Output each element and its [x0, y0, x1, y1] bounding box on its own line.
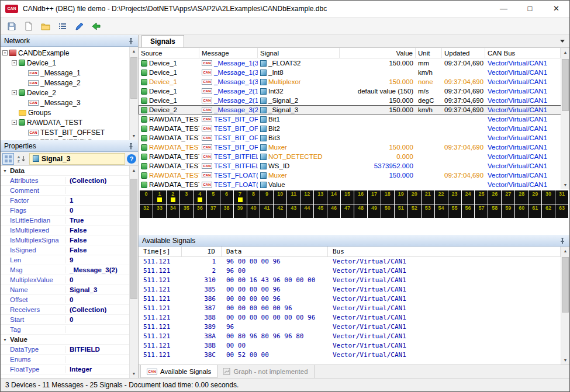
bit-cell-60[interactable]: 60 — [515, 204, 528, 218]
bit-cell-48[interactable]: 48 — [354, 204, 367, 218]
navigate-back-button[interactable] — [89, 19, 103, 33]
property-row-Start[interactable]: Start0 — [1, 315, 138, 325]
bit-cell-36[interactable]: 36 — [194, 204, 206, 218]
column-header-Bus[interactable]: Bus — [328, 247, 561, 256]
tree-item-_Message_3[interactable]: CAN_Message_3 — [1, 98, 138, 107]
signal-row[interactable]: Device_1CAN_Message_2(1)_Signal_2150.000… — [139, 96, 569, 105]
frame-row[interactable]: 511.121296 00Vector/Virtual/CAN1 — [139, 266, 569, 276]
frame-row[interactable]: 511.12131000 00 16 43 96 00 00 00Vector/… — [139, 276, 569, 285]
property-row-Receivers[interactable]: Receivers(Collection) — [1, 305, 138, 315]
bit-cell-10[interactable]: 10 — [274, 190, 286, 204]
categorized-view-button[interactable] — [2, 153, 14, 165]
bit-cell-22[interactable]: 22 — [435, 190, 448, 204]
bit-cell-47[interactable]: 47 — [341, 204, 354, 218]
bit-cell-55[interactable]: 55 — [448, 204, 461, 218]
scroll-up-icon[interactable]: ▲ — [561, 48, 569, 57]
bit-cell-12[interactable]: 12 — [300, 190, 313, 204]
bit-cell-52[interactable]: 52 — [408, 204, 421, 218]
signals-scrollbar[interactable]: ▲ ▼ — [561, 48, 569, 189]
signal-row[interactable]: Device_1CAN_Message_1(310)_Int8km/hVecto… — [139, 68, 569, 77]
bit-cell-0[interactable]: 0 — [140, 190, 153, 204]
bit-cell-51[interactable]: 51 — [395, 204, 407, 218]
signal-row[interactable]: RAWDATA_TESTCANTEST_FLOAT(385)ValueVecto… — [139, 180, 569, 189]
tree-item-_Message_1[interactable]: CAN_Message_1 — [1, 68, 138, 78]
bit-cell-9[interactable]: 9 — [260, 190, 273, 204]
property-row-IsLittleEndian[interactable]: IsLittleEndianTrue — [1, 216, 138, 226]
bit-cell-37[interactable]: 37 — [207, 204, 220, 218]
bit-cell-17[interactable]: 17 — [368, 190, 381, 204]
frame-row[interactable]: 511.12138700 00 00 00 00 96Vector/Virtua… — [139, 304, 569, 313]
scrollbar-thumb[interactable] — [130, 179, 137, 299]
bit-cell-58[interactable]: 58 — [488, 204, 501, 218]
open-folder-button[interactable] — [39, 19, 53, 33]
frame-row[interactable]: 511.12138500 00 00 00 96Vector/Virtual/C… — [139, 285, 569, 294]
edit-button[interactable] — [72, 19, 87, 33]
bit-cell-34[interactable]: 34 — [167, 204, 179, 218]
tree-item-Device_2[interactable]: -Device_2 — [1, 88, 138, 98]
signal-row[interactable]: Device_2CAN_Message_3(2)_Signal_3150.000… — [139, 105, 569, 115]
bit-cell-35[interactable]: 35 — [180, 204, 193, 218]
bit-cell-23[interactable]: 23 — [448, 190, 461, 204]
frame-row[interactable]: 511.12138996Vector/Virtual/CAN1 — [139, 322, 569, 332]
bit-cell-26[interactable]: 26 — [488, 190, 501, 204]
alphabetical-sort-button[interactable]: AZ — [16, 153, 27, 165]
pin-icon[interactable] — [126, 36, 136, 46]
bit-cell-3[interactable]: 3 — [180, 190, 193, 204]
bit-cell-7[interactable]: 7 — [234, 190, 247, 204]
column-header-Signal[interactable]: Signal — [258, 48, 340, 58]
bit-cell-15[interactable]: 15 — [341, 190, 354, 204]
frame-row[interactable]: 511.121196 00 00 00 96Vector/Virtual/CAN… — [139, 257, 569, 266]
property-row-Flags[interactable]: Flags0 — [1, 206, 138, 216]
property-row-Comment[interactable]: Comment — [1, 186, 138, 196]
bit-cell-40[interactable]: 40 — [247, 204, 260, 218]
bit-cell-39[interactable]: 39 — [234, 204, 247, 218]
expander-minus-icon[interactable]: - — [2, 50, 8, 55]
property-row-FloatType[interactable]: FloatTypeInteger — [1, 365, 138, 374]
column-header-Source[interactable]: Source — [139, 48, 199, 58]
tree-item-TEST_BIT_OFFSET[interactable]: CANTEST_BIT_OFFSET — [1, 127, 138, 137]
bit-cell-45[interactable]: 45 — [314, 204, 327, 218]
property-row-Attributes[interactable]: Attributes(Collection) — [1, 176, 138, 186]
scroll-down-icon[interactable]: ▼ — [561, 181, 569, 189]
maximize-button[interactable]: □ — [517, 1, 543, 17]
bit-cell-56[interactable]: 56 — [462, 204, 475, 218]
tab-graph[interactable]: Graph - not implemented — [217, 365, 314, 378]
view-list-button[interactable] — [56, 19, 70, 33]
bit-cell-41[interactable]: 41 — [260, 204, 273, 218]
bit-cell-49[interactable]: 49 — [368, 204, 381, 218]
selected-object-box[interactable]: Signal_3 — [29, 153, 125, 165]
property-row-IsSigned[interactable]: IsSignedFalse — [1, 245, 138, 255]
bit-cell-29[interactable]: 29 — [528, 190, 541, 204]
tree-item-Device_1[interactable]: -Device_1 — [1, 58, 138, 68]
close-button[interactable]: ✕ — [543, 1, 569, 17]
bit-cell-43[interactable]: 43 — [287, 204, 300, 218]
bit-cell-19[interactable]: 19 — [395, 190, 407, 204]
bit-cell-2[interactable]: 2 — [167, 190, 179, 204]
scroll-track[interactable] — [561, 255, 569, 356]
signal-row[interactable]: Device_1CAN_Message_1(310)Multiplexor150… — [139, 77, 569, 86]
frame-row[interactable]: 511.12138A00 80 96 80 96 96 80Vector/Vir… — [139, 332, 569, 341]
property-row-DataType[interactable]: DataTypeBITFIELD — [1, 345, 138, 355]
bit-cell-32[interactable]: 32 — [140, 204, 153, 218]
signal-row[interactable]: RAWDATA_TESTCANTEST_BITFIELD(38C)WS_ID53… — [139, 161, 569, 171]
bit-cell-63[interactable]: 63 — [555, 204, 568, 218]
frame-row[interactable]: 511.12138C00 52 00 00Vector/Virtual/CAN1 — [139, 351, 569, 360]
signal-row[interactable]: RAWDATA_TESTCANTEST_FLOAT(385)Muxer150.0… — [139, 171, 569, 180]
minimize-button[interactable]: — — [490, 1, 517, 17]
column-header-Data[interactable]: Data — [222, 247, 328, 256]
properties-scrollbar[interactable]: ▲ ▼ — [129, 166, 138, 378]
bit-cell-16[interactable]: 16 — [354, 190, 367, 204]
signal-row[interactable]: RAWDATA_TESTCANTEST_BIT_OFFSET(388)Bit3V… — [139, 133, 569, 143]
tree-item-_Message_2[interactable]: CAN_Message_2 — [1, 78, 138, 88]
bit-cell-27[interactable]: 27 — [502, 190, 514, 204]
property-row-Msg[interactable]: Msg_Message_3(2) — [1, 265, 138, 275]
property-row-Len[interactable]: Len9 — [1, 255, 138, 265]
save-button[interactable] — [5, 19, 19, 33]
scroll-up-icon[interactable]: ▲ — [561, 247, 569, 255]
property-row-IsMultiplexSigna[interactable]: IsMultiplexSignaFalse — [1, 235, 138, 245]
scroll-down-icon[interactable]: ▼ — [561, 356, 569, 365]
column-header-CAN Bus[interactable]: CAN Bus — [485, 48, 561, 58]
bit-cell-38[interactable]: 38 — [220, 204, 233, 218]
bit-cell-8[interactable]: 8 — [247, 190, 260, 204]
column-header-ID[interactable]: ID — [182, 247, 222, 256]
